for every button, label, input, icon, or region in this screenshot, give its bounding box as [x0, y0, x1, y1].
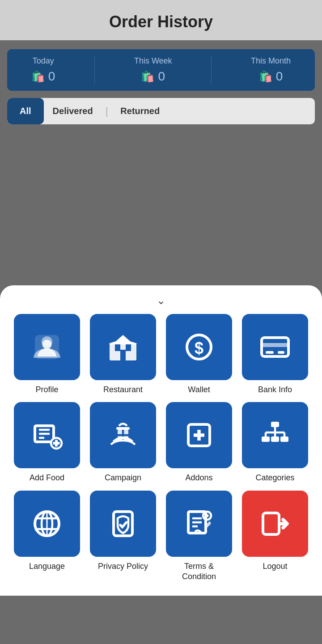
- svg-rect-48: [263, 513, 279, 534]
- svg-rect-12: [278, 351, 284, 354]
- bottom-sheet: ⌄ Profile: [0, 285, 322, 596]
- restaurant-icon-box: [90, 314, 156, 380]
- categories-label: Categories: [255, 473, 294, 483]
- week-icon: 🛍️: [141, 70, 154, 83]
- menu-item-privacy-policy[interactable]: Privacy Policy: [89, 491, 157, 582]
- menu-item-profile[interactable]: Profile: [13, 314, 81, 395]
- add-food-icon-box: [14, 402, 80, 468]
- terms-label: Terms &Condition: [182, 561, 216, 582]
- bank-info-label: Bank Info: [258, 385, 292, 395]
- menu-item-terms[interactable]: Terms &Condition: [165, 491, 233, 582]
- menu-item-wallet[interactable]: $ Wallet: [165, 314, 233, 395]
- profile-icon-box: [14, 314, 80, 380]
- restaurant-label: Restaurant: [103, 385, 143, 395]
- categories-icon: [259, 419, 291, 451]
- language-icon-box: [14, 491, 80, 557]
- categories-icon-box: [242, 402, 308, 468]
- svg-rect-27: [271, 422, 279, 427]
- add-food-icon: [31, 419, 63, 451]
- wallet-icon: $: [183, 331, 215, 363]
- svg-rect-4: [115, 344, 120, 351]
- bank-icon: [259, 331, 291, 363]
- today-value: 0: [48, 69, 55, 84]
- wallet-icon-box: $: [166, 314, 232, 380]
- menu-item-addons[interactable]: Addons: [165, 402, 233, 483]
- addons-icon-box: [166, 402, 232, 468]
- campaign-icon-box: [90, 402, 156, 468]
- svg-point-47: [205, 514, 208, 517]
- bank-icon-box: [242, 314, 308, 380]
- svg-rect-5: [126, 344, 131, 351]
- menu-item-campaign[interactable]: Campaign: [89, 402, 157, 483]
- page-header: Order History: [0, 0, 322, 40]
- profile-label: Profile: [35, 385, 58, 395]
- profile-icon: [31, 331, 63, 363]
- stat-today: Today 🛍️ 0: [31, 56, 55, 84]
- svg-rect-6: [120, 350, 126, 360]
- terms-icon: [183, 508, 215, 540]
- add-food-label: Add Food: [30, 473, 64, 483]
- svg-rect-23: [116, 427, 130, 430]
- menu-item-language[interactable]: Language: [13, 491, 81, 582]
- wallet-label: Wallet: [188, 385, 210, 395]
- tab-returned[interactable]: Returned: [111, 98, 169, 124]
- privacy-icon: [107, 508, 139, 540]
- svg-rect-11: [266, 351, 274, 354]
- menu-item-categories[interactable]: Categories: [241, 402, 309, 483]
- menu-item-logout[interactable]: Logout: [241, 491, 309, 582]
- privacy-policy-label: Privacy Policy: [98, 561, 148, 572]
- svg-point-2: [42, 340, 52, 349]
- stat-week: This Week 🛍️ 0: [134, 56, 172, 84]
- stat-month: This Month 🛍️ 0: [251, 56, 291, 84]
- addons-icon: [183, 419, 215, 451]
- svg-rect-34: [271, 436, 279, 442]
- drag-handle[interactable]: ⌄: [9, 292, 313, 314]
- logout-label: Logout: [263, 561, 287, 572]
- stats-bar: Today 🛍️ 0 This Week 🛍️ 0 This Month 🛍️ …: [7, 49, 315, 91]
- privacy-icon-box: [90, 491, 156, 557]
- language-label: Language: [29, 561, 65, 572]
- menu-item-restaurant[interactable]: Restaurant: [89, 314, 157, 395]
- menu-item-bank-info[interactable]: Bank Info: [241, 314, 309, 395]
- campaign-icon: [107, 419, 139, 451]
- month-value: 0: [276, 69, 283, 84]
- svg-text:$: $: [195, 339, 203, 357]
- svg-rect-35: [280, 436, 288, 442]
- tabs-row: All Delivered | Returned: [7, 98, 315, 124]
- tab-delivered[interactable]: Delivered: [44, 98, 102, 124]
- tab-divider: |: [102, 106, 112, 117]
- addons-label: Addons: [185, 473, 212, 483]
- week-value: 0: [158, 69, 165, 84]
- today-icon: 🛍️: [31, 70, 45, 83]
- month-icon: 🛍️: [259, 70, 272, 83]
- content-area: [0, 124, 322, 285]
- terms-icon-box: [166, 491, 232, 557]
- language-icon: [31, 508, 63, 540]
- stat-divider-1: [94, 57, 95, 84]
- page-title: Order History: [9, 13, 313, 31]
- logout-icon-box: [242, 491, 308, 557]
- svg-rect-10: [262, 343, 288, 347]
- logout-icon: [259, 508, 291, 540]
- stat-divider-2: [211, 57, 212, 84]
- menu-item-add-food[interactable]: Add Food: [13, 402, 81, 483]
- menu-grid: Profile Restaurant: [9, 314, 313, 582]
- tab-all[interactable]: All: [7, 98, 44, 124]
- restaurant-icon: [107, 331, 139, 363]
- campaign-label: Campaign: [105, 473, 141, 483]
- svg-rect-33: [262, 436, 270, 442]
